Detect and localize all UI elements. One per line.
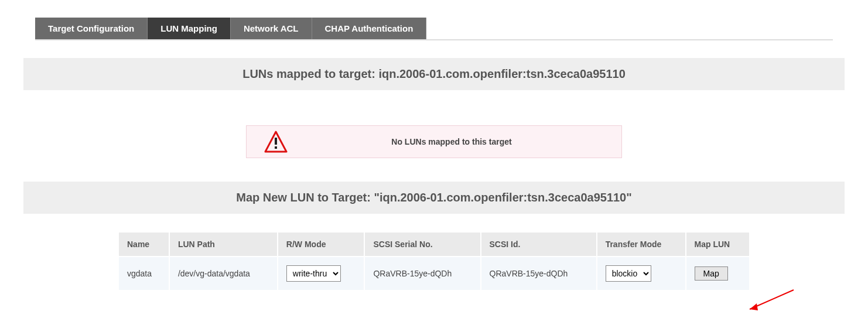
cell-transfer-mode: blockio (597, 257, 685, 290)
tab-bar: Target Configuration LUN Mapping Network… (35, 18, 833, 40)
cell-map-lun: Map (686, 257, 749, 290)
map-lun-table: Name LUN Path R/W Mode SCSI Serial No. S… (118, 231, 750, 291)
svg-rect-1 (275, 138, 277, 145)
warning-icon (258, 131, 293, 153)
tab-network-acl[interactable]: Network ACL (231, 18, 312, 39)
mapped-luns-title: LUNs mapped to target: iqn.2006-01.com.o… (23, 58, 845, 90)
col-map-lun: Map LUN (686, 233, 749, 256)
svg-rect-2 (275, 146, 277, 149)
col-scsi-serial: SCSI Serial No. (365, 233, 480, 256)
col-name: Name (119, 233, 169, 256)
transfer-mode-select[interactable]: blockio (606, 265, 651, 282)
col-rw-mode: R/W Mode (278, 233, 364, 256)
cell-name: vgdata (119, 257, 169, 290)
tab-lun-mapping[interactable]: LUN Mapping (148, 18, 231, 39)
cell-scsi-id: QRaVRB-15ye-dQDh (481, 257, 596, 290)
cell-scsi-serial: QRaVRB-15ye-dQDh (365, 257, 480, 290)
tab-chap-authentication[interactable]: CHAP Authentication (312, 18, 427, 39)
table-row: vgdata /dev/vg-data/vgdata write-thru QR… (119, 257, 749, 290)
col-transfer-mode: Transfer Mode (597, 233, 685, 256)
map-new-lun-title: Map New LUN to Target: "iqn.2006-01.com.… (23, 182, 845, 214)
svg-marker-4 (750, 303, 758, 310)
tab-target-configuration[interactable]: Target Configuration (35, 18, 148, 39)
rw-mode-select[interactable]: write-thru (286, 265, 341, 282)
col-scsi-id: SCSI Id. (481, 233, 596, 256)
col-lun-path: LUN Path (170, 233, 277, 256)
annotation-arrow-icon (744, 287, 797, 315)
no-luns-alert: No LUNs mapped to this target (246, 125, 622, 158)
map-button[interactable]: Map (695, 266, 728, 281)
cell-rw-mode: write-thru (278, 257, 364, 290)
cell-lun-path: /dev/vg-data/vgdata (170, 257, 277, 290)
no-luns-message: No LUNs mapped to this target (293, 137, 610, 146)
